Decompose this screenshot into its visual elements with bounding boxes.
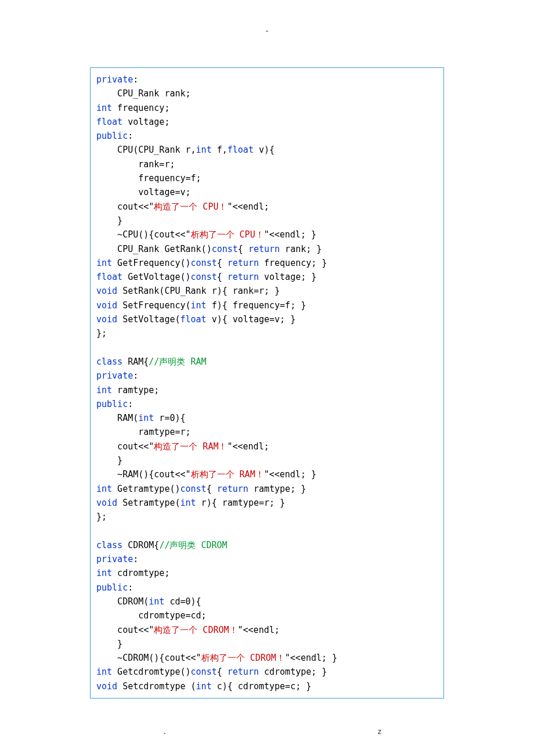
code-line: frequency=f; (96, 171, 438, 185)
code-token: "<<endl; (227, 201, 269, 212)
code-token: int (96, 568, 112, 578)
code-token: int (96, 667, 112, 677)
code-token: const (191, 667, 217, 677)
code-line: ramtype=r; (96, 425, 438, 439)
code-token: voltage; (122, 117, 169, 127)
code-token: r=0){ (154, 413, 185, 423)
code-token: return (217, 484, 248, 494)
code-line: int Getcdromtype()const{ return cdromtyp… (96, 665, 438, 679)
code-token: 构造了一个 CPU！ (154, 201, 227, 212)
document-page: - private: CPU_Rank rank;int frequency;f… (0, 0, 534, 756)
code-token: frequency; } (259, 258, 327, 268)
code-line: public: (96, 129, 438, 143)
code-token: int (96, 385, 112, 395)
code-line: void SetVoltage(float v){ voltage=v; } (96, 312, 438, 326)
code-line: int GetFrequency()const{ return frequenc… (96, 256, 438, 270)
code-token: float (228, 145, 254, 155)
code-token: //声明类 CDROM (159, 540, 227, 550)
code-token: int (191, 300, 207, 311)
code-line: int Getramtype()const{ return ramtype; } (96, 482, 438, 496)
code-token: int (196, 681, 212, 692)
code-token: rank=r; (96, 159, 175, 170)
code-token: CDROM{ (122, 540, 159, 550)
code-token: : (128, 399, 133, 409)
code-line: cout<<"构造了一个 CDROM！"<<endl; (96, 623, 438, 637)
code-line: float voltage; (96, 115, 438, 129)
code-token: 析构了一个 CDROM！ (201, 653, 285, 663)
code-token: } (96, 455, 122, 466)
code-token: cout<<" (96, 201, 154, 212)
code-token: return (228, 258, 259, 268)
code-token: GetFrequency() (112, 258, 190, 268)
code-token: int (138, 413, 154, 423)
code-token: ~RAM(){cout<<" (96, 469, 191, 480)
code-token: f, (212, 145, 228, 155)
code-token: "<<endl; } (264, 469, 316, 480)
code-line: voltage=v; (96, 185, 438, 199)
code-line: private: (96, 73, 438, 87)
code-line: } (96, 453, 438, 467)
code-token: //声明类 RAM (149, 357, 206, 367)
code-listing: private: CPU_Rank rank;int frequency;flo… (90, 67, 444, 699)
footer-dot: . (163, 727, 167, 736)
code-token: "<<endl; (238, 625, 280, 635)
code-token: ramtype; (112, 385, 159, 395)
code-token: SetRank(CPU_Rank r){ rank=r; } (117, 286, 280, 296)
code-token: int (96, 258, 112, 268)
code-token: cout<<" (96, 441, 154, 452)
code-line: public: (96, 581, 438, 595)
code-token: return (248, 244, 280, 254)
code-line: CDROM(int cd=0){ (96, 595, 438, 609)
code-line: ~RAM(){cout<<"析构了一个 RAM！"<<endl; } (96, 467, 438, 481)
code-token: int (96, 484, 112, 494)
code-line: cout<<"构造了一个 CPU！"<<endl; (96, 200, 438, 214)
code-token: ramtype; } (248, 484, 306, 494)
code-token: void (96, 498, 117, 508)
code-token: { (217, 272, 228, 282)
code-token: cout<<" (96, 625, 154, 635)
code-token: voltage=v; (96, 187, 191, 197)
code-token: CPU(CPU_Rank r, (96, 145, 196, 155)
code-token: Getcdromtype() (112, 667, 190, 677)
code-token: GetVoltage() (122, 272, 190, 282)
code-token: f){ frequency=f; } (207, 300, 306, 311)
code-token: "<<endl; } (264, 229, 316, 240)
code-token: const (181, 484, 207, 494)
code-token (96, 343, 102, 353)
code-line: }; (96, 326, 438, 340)
code-token: rank; } (280, 244, 322, 254)
code-token: const (212, 244, 238, 254)
code-line: void SetRank(CPU_Rank r){ rank=r; } (96, 284, 438, 298)
code-token: cdromtype; (112, 568, 169, 578)
code-token: int (149, 596, 164, 607)
code-token: private (96, 74, 133, 85)
code-line: } (96, 637, 438, 651)
code-token: r){ ramtype=r; } (196, 498, 286, 508)
code-token: public (96, 582, 128, 593)
code-line: int cdromtype; (96, 566, 438, 580)
code-token: "<<endl; (227, 441, 269, 452)
code-token: { (217, 667, 228, 677)
code-line: rank=r; (96, 157, 438, 171)
code-token: public (96, 399, 128, 409)
code-token: : (128, 131, 133, 141)
code-token: : (133, 370, 138, 381)
code-token: const (191, 258, 217, 268)
code-token: cdromtype=cd; (96, 610, 207, 621)
code-token: cd=0){ (164, 596, 201, 607)
code-token: return (228, 272, 259, 282)
code-token: RAM{ (122, 357, 149, 367)
code-token: voltage; } (259, 272, 316, 282)
code-token: int (96, 103, 112, 113)
code-token: const (191, 272, 217, 282)
code-token: { (207, 484, 217, 494)
code-line: private: (96, 552, 438, 566)
code-line: class CDROM{//声明类 CDROM (96, 538, 438, 552)
code-token: ~CDROM(){cout<<" (96, 653, 201, 663)
code-token: float (96, 117, 122, 127)
code-token: RAM( (96, 413, 138, 423)
code-token: ramtype=r; (96, 427, 191, 437)
code-token: }; (96, 328, 107, 339)
code-token: float (181, 314, 207, 325)
code-token: void (96, 314, 117, 325)
